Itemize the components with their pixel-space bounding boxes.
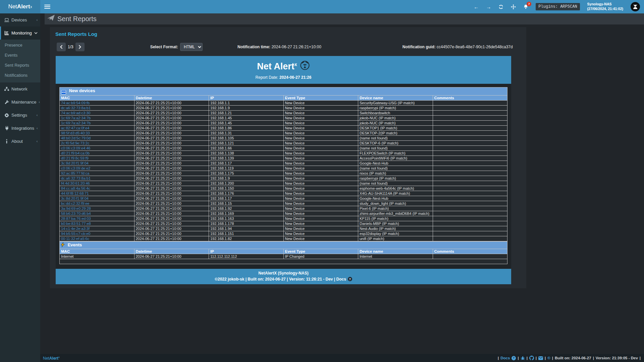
mac-link[interactable]: 3c:8d:20:f1:9f:04 xyxy=(61,196,89,200)
footer-links: | Docs ? | | | | © | Built on: 2024-06-2… xyxy=(498,356,641,360)
datetime-cell: 2024-06-27 21:25:21+10:00 xyxy=(134,161,209,166)
mac-link[interactable]: f4:4d:30:61:20:46 xyxy=(61,181,90,185)
mac-link[interactable]: c0:06:c3:09:e4:46 xyxy=(61,146,90,150)
refresh-icon[interactable] xyxy=(498,4,503,9)
sidebar-item-label: Monitoring xyxy=(11,31,32,36)
mac-link[interactable]: 98:5f:d3:d5:40:33 xyxy=(61,131,90,135)
nav-forward-icon[interactable]: → xyxy=(486,4,491,10)
chevron-left-icon: ‹ xyxy=(37,113,38,117)
host-name: Synology-NAS xyxy=(587,2,623,7)
mac-link[interactable]: d0:21:f9:b4:ca:0b xyxy=(61,151,90,155)
ip-cell: 192.168.1.105 xyxy=(209,135,284,140)
sidebar-item-maintenance[interactable]: Maintenance ‹ xyxy=(0,96,40,109)
event-type-cell: New Device xyxy=(283,231,358,236)
docs-link[interactable]: Docs xyxy=(500,356,510,360)
mac-cell: d0:21:f9:8c:59:f9 xyxy=(60,156,135,161)
sidebar-toggle-icon[interactable] xyxy=(44,4,50,10)
mac-link[interactable]: 58:b6:23:70:d6:b4 xyxy=(61,212,91,216)
report-table-row: 74:ac:b9:ad:c3:302024-06-27 21:25:21+10:… xyxy=(60,110,507,115)
column-header: MAC xyxy=(60,95,135,100)
sidebar-item-presence[interactable]: Presence xyxy=(0,40,40,50)
prev-page-button[interactable] xyxy=(57,43,66,51)
mac-cell: 74:ac:b9:ad:c3:30 xyxy=(60,110,135,115)
comment-cell xyxy=(433,105,507,110)
comment-cell xyxy=(433,176,507,181)
app-logo[interactable]: NetAlertx xyxy=(0,0,40,13)
mac-link[interactable]: dc:a6:32:73:8a:b1 xyxy=(61,176,91,180)
ip-cell: 192.168.1.9 xyxy=(209,176,284,181)
event-type-cell: New Device xyxy=(283,191,358,196)
nav-back-icon[interactable]: ← xyxy=(474,4,479,10)
github-icon[interactable] xyxy=(529,356,534,360)
mac-link[interactable]: 14:c1:4e:2e:a3:3f xyxy=(61,227,90,231)
sidebar-item-about[interactable]: About ‹ xyxy=(0,135,40,148)
device-name-cell: Switchboardswitch xyxy=(358,110,433,115)
datetime-cell: 2024-06-27 21:25:21+10:00 xyxy=(134,115,209,120)
mac-link[interactable]: 1c:69:7a:a2:34:7b xyxy=(61,116,91,120)
mac-link[interactable]: dc:a6:32:73:8a:b1 xyxy=(61,106,91,110)
sidebar-item-events[interactable]: Events xyxy=(0,50,40,60)
fullscreen-move-icon[interactable] xyxy=(511,4,516,9)
mac-link[interactable]: 48:b0:2d:5c:79:0d xyxy=(61,136,91,140)
mac-link[interactable]: 92:ac:85:77:fd:ca xyxy=(61,171,89,175)
device-name-cell: zhimi-airpurifier-mb3_mibtD6B4 (IP match… xyxy=(358,211,433,216)
pagination: 1/3 xyxy=(57,43,85,51)
sidebar-item-settings[interactable]: Settings ‹ xyxy=(0,109,40,122)
chevron-left-icon: ‹ xyxy=(39,100,40,104)
ip-cell: 192.168.1.138 xyxy=(209,150,284,156)
email-icon[interactable] xyxy=(538,356,543,360)
mac-link[interactable]: 3a:9d:69:e0:29:28 xyxy=(61,206,91,210)
event-type-cell: New Device xyxy=(283,161,358,166)
mac-link[interactable]: 2c:f0:5d:9e:73:2c xyxy=(61,141,89,145)
event-type-cell: New Device xyxy=(283,140,358,145)
mac-link[interactable]: ac:82:47:ca:0f:e4 xyxy=(61,126,89,130)
mac-cell: 1c:69:7a:a2:34:7b xyxy=(60,115,135,120)
ip-cell: 192.168.1.139 xyxy=(209,156,284,161)
report-table-row: 74:ac:b9:54:09:fb2024-06-27 21:25:21+10:… xyxy=(60,100,507,105)
format-select[interactable]: HTML xyxy=(180,43,203,51)
datetime-cell: 2024-06-27 21:25:21+10:00 xyxy=(134,140,209,145)
plugins-status-badge: Plugins: ARPSCAN xyxy=(536,3,580,10)
event-type-cell: New Device xyxy=(283,196,358,201)
device-name-cell: DESKTOP-2(IP match) xyxy=(358,130,433,135)
sitemap-icon xyxy=(4,87,9,92)
mac-link[interactable]: 44:6f:f8:12:68:71 xyxy=(61,191,89,195)
mac-link[interactable]: 84:cc:a8:4a:56:4c xyxy=(61,186,90,190)
footer-brand[interactable]: NetAlertx xyxy=(43,356,60,361)
mac-link[interactable]: 94:b5:55:c7:cb:e0 xyxy=(61,232,90,236)
datetime-cell: 2024-06-27 21:25:21+10:00 xyxy=(134,201,209,206)
device-name-cell: KP115 (IP match) xyxy=(358,216,433,221)
bug-report-icon[interactable] xyxy=(521,356,525,360)
mac-link[interactable]: 1c:69:7a:a2:34:7b xyxy=(61,121,91,125)
ip-cell: 192.168.1.15 xyxy=(209,201,284,206)
sidebar-item-devices[interactable]: Devices ‹ xyxy=(0,13,40,26)
mac-link[interactable]: 00:11:32:ef:a5:6c xyxy=(61,237,89,241)
sidebar-item-monitoring[interactable]: Monitoring xyxy=(0,26,40,40)
ip-cell: 192.168.1.45 xyxy=(209,120,284,125)
sidebar-item-notifications[interactable]: Notifications xyxy=(0,70,40,80)
mac-link[interactable]: b0:be:83:51:77:e8 xyxy=(61,222,91,226)
next-page-button[interactable] xyxy=(75,43,85,51)
question-circle-icon[interactable]: ? xyxy=(512,356,516,360)
sidebar-item-integrations[interactable]: Integrations ‹ xyxy=(0,122,40,135)
mac-link[interactable]: d0:21:f9:8c:59:f9 xyxy=(61,156,89,160)
gear-icon xyxy=(4,113,9,118)
copyright-icon[interactable]: © xyxy=(547,356,550,360)
user-avatar[interactable] xyxy=(631,2,640,11)
notifications-bell-icon[interactable]: 7 xyxy=(523,4,528,9)
ip-cell: 192.168.1.119 xyxy=(209,166,284,171)
mac-link[interactable]: 74:ac:b9:ad:c3:30 xyxy=(61,111,90,115)
info-icon xyxy=(4,139,9,144)
sidebar-item-network[interactable]: Network xyxy=(0,82,40,96)
mac-link[interactable]: c0:06:c3:09:de:e2 xyxy=(61,166,90,170)
mac-link[interactable]: 28:87:ba:76:ed:03 xyxy=(61,217,91,221)
sidebar-item-sent-reports[interactable]: Sent Reports xyxy=(0,60,40,70)
mac-link[interactable]: 74:ac:b9:54:09:fb xyxy=(61,101,90,105)
question-circle-icon[interactable]: ? xyxy=(348,277,352,281)
new-badge-icon: NEW xyxy=(61,90,66,95)
report-table-row: d0:21:f9:8c:59:f92024-06-27 21:25:21+10:… xyxy=(60,156,507,161)
mac-link[interactable]: bc:dd:c2:32:f9:ee xyxy=(61,201,89,205)
datetime-cell: 2024-06-27 21:25:21+10:00 xyxy=(134,186,209,191)
mac-link[interactable]: 3c:8d:20:f1:9f:04 xyxy=(61,161,89,165)
datetime-cell: 2024-06-27 21:25:21+10:00 xyxy=(134,110,209,115)
